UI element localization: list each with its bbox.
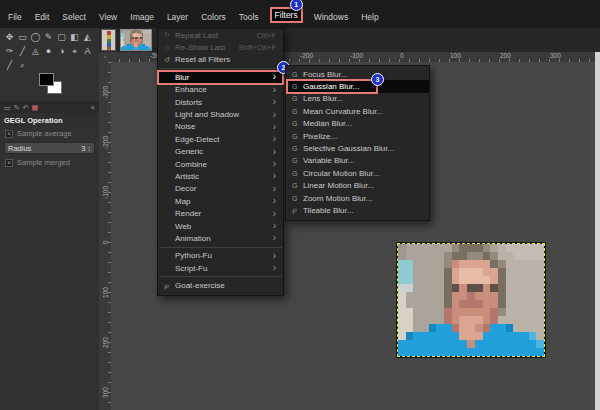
move-tool-icon[interactable]: ✥: [3, 30, 16, 44]
radius-slider[interactable]: Radius 3 ↕: [4, 142, 95, 154]
menu-item-gaussian-blur[interactable]: G Gaussian Blur... 3: [286, 80, 429, 92]
pixel: [498, 316, 506, 324]
pixel: [429, 348, 437, 356]
airbrush-tool-icon[interactable]: ●: [42, 44, 55, 58]
smudge-tool-icon[interactable]: ⌖: [68, 44, 81, 58]
pixel: [521, 268, 529, 276]
image-layer-pixelated-portrait[interactable]: [397, 243, 545, 357]
image-tab-totem[interactable]: [101, 29, 116, 51]
ruler-label: 200: [500, 52, 511, 59]
menu-item-distorts[interactable]: Distorts›: [158, 96, 283, 108]
menu-item-combine[interactable]: Combine›: [158, 158, 283, 170]
close-dock-icon[interactable]: ×: [90, 103, 95, 112]
menu-item-median-blur[interactable]: GMedian Blur...: [286, 118, 429, 130]
menu-item-lens-blur[interactable]: GLens Blur...: [286, 93, 429, 105]
tool-options-title: GEGL Operation: [0, 113, 99, 127]
images-tab-icon[interactable]: ▦: [31, 104, 38, 111]
clone-tool-icon[interactable]: ◑: [55, 44, 68, 58]
menu-item-goat-exercise[interactable]: ℘ Goat-exercise: [158, 279, 283, 291]
menu-item-blur[interactable]: Blur › 2: [158, 71, 283, 83]
menu-item-label: Map: [175, 197, 267, 206]
menu-item-map[interactable]: Map›: [158, 195, 283, 207]
menu-item-mean-curvature-blur[interactable]: GMean Curvature Blur...: [286, 105, 429, 117]
pixel: [529, 260, 537, 268]
pixel: [536, 316, 544, 324]
menu-item-artistic[interactable]: Artistic›: [158, 170, 283, 182]
rect-select-tool-icon[interactable]: ▭: [16, 30, 29, 44]
pixel: [413, 276, 421, 284]
menu-item-web[interactable]: Web›: [158, 220, 283, 232]
path-tool-icon[interactable]: ✎: [42, 30, 55, 44]
menubar-item-windows[interactable]: Windows: [312, 11, 350, 23]
menu-item-repeat-last[interactable]: ↻ Repeat Last Ctrl+F: [158, 29, 283, 41]
menu-item-variable-blur[interactable]: GVariable Blur...: [286, 155, 429, 167]
sample-merged-checkbox[interactable]: ×: [5, 159, 13, 167]
menu-item-zoom-motion-blur[interactable]: GZoom Motion Blur...: [286, 192, 429, 204]
menubar-item-edit[interactable]: Edit: [33, 11, 52, 23]
menu-item-label: Circular Motion Blur...: [303, 169, 422, 178]
menu-item-circular-motion-blur[interactable]: GCircular Motion Blur...: [286, 167, 429, 179]
pixel: [444, 244, 452, 252]
eraser-tool-icon[interactable]: ◬: [29, 44, 42, 58]
warp-tool-icon[interactable]: ◭: [81, 30, 94, 44]
pixel: [490, 300, 498, 308]
menu-item-linear-motion-blur[interactable]: GLinear Motion Blur...: [286, 180, 429, 192]
menu-item-light-and-shadow[interactable]: Light and Shadow›: [158, 108, 283, 120]
menubar-item-tools[interactable]: Tools: [237, 11, 261, 23]
crop-tool-icon[interactable]: ▢: [55, 30, 68, 44]
pixel: [406, 292, 414, 300]
menu-item-reset-all-filters[interactable]: ↺ Reset all Filters: [158, 54, 283, 66]
menu-item-script-fu[interactable]: Script-Fu›: [158, 262, 283, 274]
history-tab-icon[interactable]: ↶: [23, 104, 29, 111]
menu-item-generic[interactable]: Generic›: [158, 146, 283, 158]
menubar-item-filters[interactable]: Filters 1: [270, 7, 303, 23]
text-tool-icon[interactable]: A: [81, 44, 94, 58]
zoom-tool-icon[interactable]: ⌕: [16, 58, 29, 72]
menu-item-python-fu[interactable]: Python-Fu›: [158, 250, 283, 262]
menu-item-tileable-blur[interactable]: ℘Tileable Blur...: [286, 204, 429, 216]
pixel: [521, 332, 529, 340]
menu-item-label: Blur: [175, 73, 267, 82]
pixel: [513, 300, 521, 308]
menu-item-render[interactable]: Render›: [158, 207, 283, 219]
image-tab-portrait[interactable]: [120, 29, 152, 51]
menu-item-selective-gaussian-blur[interactable]: GSelective Gaussian Blur...: [286, 142, 429, 154]
menubar-item-file[interactable]: File: [6, 11, 24, 23]
menu-item-noise[interactable]: Noise›: [158, 121, 283, 133]
foreground-color-swatch[interactable]: [39, 73, 54, 86]
menubar-item-help[interactable]: Help: [359, 11, 380, 23]
vertical-scrollbar[interactable]: [595, 52, 600, 410]
menubar-item-view[interactable]: View: [97, 11, 119, 23]
menubar-item-layer[interactable]: Layer: [165, 11, 190, 23]
free-select-tool-icon[interactable]: ◯: [29, 30, 42, 44]
sample-average-checkbox[interactable]: ×: [5, 130, 13, 138]
menubar-item-colors[interactable]: Colors: [199, 11, 228, 23]
pixel: [467, 300, 475, 308]
menu-item-enhance[interactable]: Enhance›: [158, 84, 283, 96]
pixel: [452, 260, 460, 268]
measure-tool-icon[interactable]: ╱: [3, 58, 16, 72]
transform-tool-icon[interactable]: ◧: [68, 30, 81, 44]
menu-item-decor[interactable]: Decor›: [158, 183, 283, 195]
gegl-icon: G: [292, 145, 303, 152]
menu-item-edge-detect[interactable]: Edge-Detect›: [158, 133, 283, 145]
pixel: [536, 284, 544, 292]
menu-item-focus-blur[interactable]: GFocus Blur...: [286, 68, 429, 80]
tool-options-tab-icon[interactable]: ▭: [4, 104, 11, 111]
brushes-tab-icon[interactable]: ✎: [14, 104, 20, 111]
pixel: [436, 340, 444, 348]
menu-item-animation[interactable]: Animation›: [158, 232, 283, 244]
pixel: [452, 316, 460, 324]
menu-item-pixelize[interactable]: GPixelize...: [286, 130, 429, 142]
radius-spinner-icon[interactable]: ↕: [88, 145, 92, 152]
pixel: [459, 316, 467, 324]
paintbrush-tool-icon[interactable]: ✑: [3, 44, 16, 58]
menu-item-reshow-last[interactable]: ◎ Re-Show Last Shift+Ctrl+F: [158, 41, 283, 53]
ruler-corner-button[interactable]: ▫: [99, 52, 111, 62]
pixel: [513, 284, 521, 292]
menubar-item-image[interactable]: Image: [128, 11, 156, 23]
menubar-item-select[interactable]: Select: [60, 11, 88, 23]
pixel: [421, 300, 429, 308]
radius-value[interactable]: 3: [81, 144, 85, 153]
pencil-tool-icon[interactable]: ╱: [16, 44, 29, 58]
